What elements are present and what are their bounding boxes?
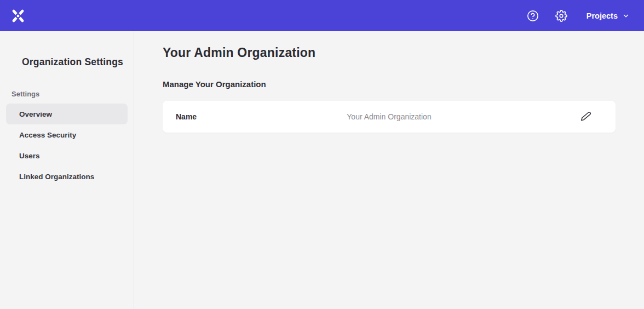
gear-icon bbox=[555, 10, 567, 22]
help-button[interactable] bbox=[526, 9, 539, 22]
organization-name-card: Name Your Admin Organization bbox=[163, 101, 616, 133]
main-content: Your Admin Organization Manage Your Orga… bbox=[134, 31, 644, 309]
name-field-value: Your Admin Organization bbox=[163, 112, 616, 121]
section-title: Manage Your Organization bbox=[163, 79, 616, 89]
top-nav: Projects bbox=[0, 0, 644, 31]
sidebar-item-access-security[interactable]: Access Security bbox=[6, 124, 128, 145]
projects-dropdown[interactable]: Projects bbox=[586, 12, 630, 20]
page-title: Your Admin Organization bbox=[163, 45, 616, 60]
sidebar-nav: Overview Access Security Users Linked Or… bbox=[0, 104, 134, 187]
mendix-x-logo-icon bbox=[10, 8, 26, 24]
help-circle-icon bbox=[527, 10, 539, 22]
sidebar-item-label: Overview bbox=[19, 110, 52, 118]
settings-button[interactable] bbox=[555, 9, 568, 22]
name-field-label: Name bbox=[176, 112, 197, 121]
sidebar-item-label: Linked Organizations bbox=[19, 173, 94, 181]
sidebar-title: Organization Settings bbox=[0, 56, 134, 68]
sidebar-item-overview[interactable]: Overview bbox=[6, 104, 128, 124]
sidebar-section-label: Settings bbox=[0, 90, 134, 98]
chevron-down-icon bbox=[622, 12, 630, 20]
sidebar-item-label: Access Security bbox=[19, 131, 76, 139]
sidebar-item-users[interactable]: Users bbox=[6, 145, 128, 166]
sidebar: Organization Settings Settings Overview … bbox=[0, 31, 134, 309]
sidebar-item-linked-organizations[interactable]: Linked Organizations bbox=[6, 166, 128, 187]
projects-dropdown-label: Projects bbox=[586, 12, 618, 20]
edit-name-button[interactable] bbox=[578, 109, 594, 124]
app-logo[interactable] bbox=[10, 8, 26, 24]
pencil-icon bbox=[580, 111, 591, 122]
sidebar-item-label: Users bbox=[19, 152, 40, 160]
